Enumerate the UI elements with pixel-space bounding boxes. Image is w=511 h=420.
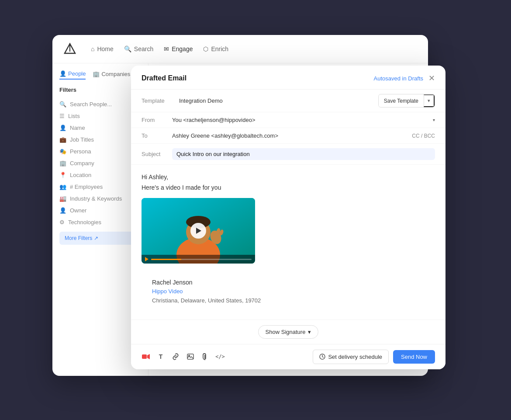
nav-enrich[interactable]: ⬡ Enrich [203,45,228,52]
nav-home-label: Home [97,45,113,52]
nav-home[interactable]: ⌂ Home [91,45,114,52]
filters-label: Filters [59,87,141,93]
filter-technologies[interactable]: ⚙ Technologies [59,216,141,228]
filter-search[interactable]: 🔍 Search People... [59,98,141,110]
play-button[interactable] [190,223,206,239]
filter-name[interactable]: 👤 Name [59,122,141,134]
clock-icon [319,354,325,360]
companies-icon: 🏢 [93,71,100,77]
tab-companies-label: Companies [101,71,130,77]
save-template-main-button[interactable]: Save Template [379,95,424,107]
top-nav: ⌂ Home 🔍 Search ✉ Engage ⬡ Enrich [52,35,428,63]
show-signature-area: Show Signature ▾ [131,319,445,344]
jobtitle-filter-icon: 💼 [59,136,66,143]
signature-address: Christiana, Delaware, United States, 197… [152,296,425,305]
name-filter-icon: 👤 [59,125,66,131]
image-toolbar-icon[interactable] [186,352,195,361]
filter-lists[interactable]: ☰ Lists [59,110,141,122]
template-row: Template Integration Demo Save Template … [131,90,445,112]
svg-rect-11 [142,354,147,359]
email-intro: Here's a video I made for you [142,184,435,191]
template-label: Template [142,97,172,104]
nav-engage-label: Engage [172,45,193,52]
play-triangle-icon [196,228,201,234]
nav-search[interactable]: 🔍 Search [124,45,153,52]
cc-bcc-button[interactable]: CC / BCC [412,133,435,139]
video-progress-bar [142,255,255,264]
show-signature-button[interactable]: Show Signature ▾ [258,325,319,339]
video-toolbar-icon[interactable] [142,352,150,361]
filter-industry[interactable]: 🏭 Industry & Keywords [59,193,141,205]
filter-persona[interactable]: 🎭 Persona [59,146,141,157]
save-template-dropdown-button[interactable]: ▾ [424,94,435,107]
progress-play-icon [145,257,148,261]
progress-filled [151,259,181,260]
send-now-button[interactable]: Send Now [393,350,435,364]
attachment-toolbar-icon[interactable] [201,352,210,361]
filter-employees-label: # Employees [70,184,103,190]
save-template-btn[interactable]: Save Template ▾ [378,94,435,108]
filter-persona-label: Persona [70,148,91,155]
filter-jobtitles[interactable]: 💼 Job Titles [59,134,141,146]
nav-engage[interactable]: ✉ Engage [164,45,193,52]
delivery-schedule-label: Set delivery schedule [328,354,382,360]
filter-owner-label: Owner [70,207,86,214]
filter-technologies-label: Technologies [68,219,101,226]
persona-filter-icon: 🎭 [59,148,66,155]
code-icon-label: </> [215,354,225,360]
employees-filter-icon: 👥 [59,184,66,190]
filter-location[interactable]: 📍 Location [59,169,141,181]
chevron-down-icon: ▾ [308,329,311,335]
engage-icon: ✉ [164,45,169,52]
toolbar-left: T </> [142,352,224,361]
text-toolbar-icon[interactable]: T [156,352,165,361]
text-icon-label: T [159,353,163,360]
video-thumbnail[interactable] [142,198,255,264]
delivery-schedule-button[interactable]: Set delivery schedule [313,350,389,364]
filter-lists-label: Lists [68,113,80,119]
enrich-icon: ⬡ [203,45,208,52]
email-greeting: Hi Ashley, [142,174,435,180]
filter-employees[interactable]: 👥 # Employees [59,181,141,193]
template-left: Template Integration Demo [142,97,223,104]
signature-name: Rachel Jenson [152,278,425,287]
show-signature-label: Show Signature [266,329,306,335]
link-toolbar-icon[interactable] [171,352,180,361]
subject-value[interactable]: Quick Intro on our integration [172,148,435,160]
from-dropdown-icon[interactable]: ▾ [433,118,435,122]
code-toolbar-icon[interactable]: </> [216,352,224,361]
modal-header: Drafted Email Autosaved in Drafts ✕ [131,66,445,90]
tab-people[interactable]: 👤 People [59,70,86,80]
company-filter-icon: 🏢 [59,160,66,167]
to-value: Ashley Greene <ashley@globaltech.com> [172,132,412,139]
subject-label: Subject [142,151,172,157]
filter-company[interactable]: 🏢 Company [59,157,141,169]
signature-section: Rachel Jenson Hippo Video Christiana, De… [142,272,435,311]
to-label: To [142,132,172,139]
more-filters-button[interactable]: More Filters ↗ [59,232,141,245]
owner-filter-icon: 👤 [59,207,66,214]
location-filter-icon: 📍 [59,172,66,178]
signature-link[interactable]: Hippo Video [152,288,183,295]
tab-companies[interactable]: 🏢 Companies [93,70,130,80]
svg-marker-12 [147,354,150,359]
search-icon: 🔍 [124,45,131,52]
filter-location-label: Location [70,172,91,178]
from-field: From You <racheljenson@hippovideo> ▾ [131,112,445,128]
subject-field: Subject Quick Intro on our integration [131,144,445,165]
modal-title: Drafted Email [142,74,186,82]
email-body: Hi Ashley, Here's a video I made for you [131,165,445,319]
home-icon: ⌂ [91,45,94,52]
modal-header-right: Autosaved in Drafts ✕ [374,74,435,82]
from-value: You <racheljenson@hippovideo> [172,117,432,123]
nav-search-label: Search [134,45,153,52]
filter-owner[interactable]: 👤 Owner [59,205,141,216]
email-modal: Drafted Email Autosaved in Drafts ✕ Temp… [131,66,445,369]
template-value: Integration Demo [179,97,223,104]
tab-people-label: People [68,70,86,77]
nav-items: ⌂ Home 🔍 Search ✉ Engage ⬡ Enrich [91,45,228,52]
close-button[interactable]: ✕ [428,74,435,82]
autosaved-status: Autosaved in Drafts [374,75,423,82]
app-logo [63,42,77,56]
filter-industry-label: Industry & Keywords [70,195,122,202]
